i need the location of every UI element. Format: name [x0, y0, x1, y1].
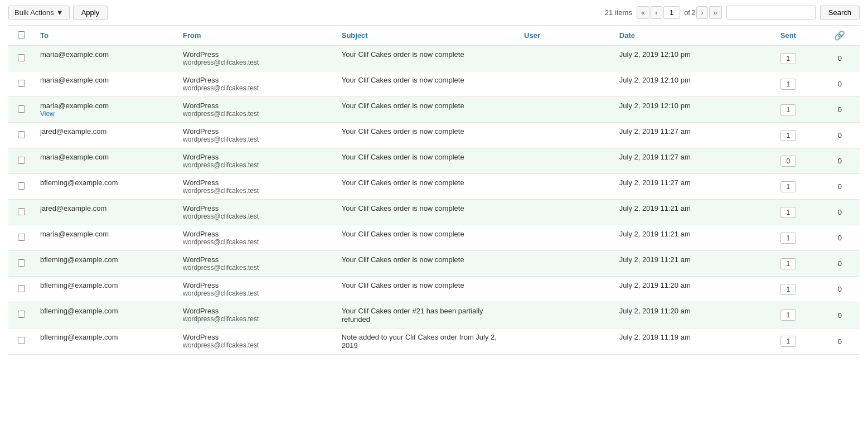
row-attachment: 0 — [820, 225, 860, 251]
col-header-from[interactable]: From — [177, 26, 336, 46]
col-header-sent[interactable]: Sent — [757, 26, 820, 46]
pagination-total: 2 — [691, 8, 695, 17]
pagination-last-button[interactable]: » — [709, 6, 722, 19]
row-checkbox[interactable] — [18, 105, 25, 113]
row-to: bfleming@example.com — [35, 277, 177, 302]
row-attachment: 0 — [820, 277, 860, 302]
row-user — [518, 123, 614, 148]
row-checkbox-cell — [8, 174, 35, 200]
row-to: maria@example.com — [35, 225, 177, 251]
top-bar: Bulk Actions ▼ Apply 21 items « ‹ 1 of 2… — [8, 6, 860, 20]
row-checkbox-cell — [8, 200, 35, 225]
row-checkbox[interactable] — [18, 131, 25, 138]
row-sent: 1 — [757, 97, 820, 123]
to-email: maria@example.com — [40, 50, 109, 59]
row-from: WordPresswordpress@clifcakes.test — [177, 200, 336, 225]
pagination-first-button[interactable]: « — [637, 6, 649, 19]
row-subject: Your Clif Cakes order is now complete — [336, 71, 518, 97]
row-subject: Your Clif Cakes order #21 has been parti… — [336, 302, 518, 328]
table-row: bfleming@example.comWordPresswordpress@c… — [8, 251, 860, 277]
sent-badge: 0 — [780, 156, 796, 167]
sent-badge: 1 — [780, 79, 796, 90]
sent-badge: 1 — [780, 181, 796, 192]
table-row: maria@example.comWordPresswordpress@clif… — [8, 46, 860, 71]
from-name: WordPress — [183, 281, 331, 289]
search-input[interactable] — [726, 6, 816, 20]
to-email: maria@example.com — [40, 101, 109, 110]
from-email: wordpress@clifcakes.test — [183, 59, 331, 66]
page-wrapper: Bulk Actions ▼ Apply 21 items « ‹ 1 of 2… — [0, 0, 868, 440]
row-sent: 1 — [757, 46, 820, 71]
bulk-actions-label: Bulk Actions — [14, 8, 54, 17]
from-email: wordpress@clifcakes.test — [183, 264, 331, 272]
sent-badge: 1 — [780, 284, 796, 295]
row-checkbox[interactable] — [18, 208, 25, 215]
row-date: July 2, 2019 11:20 am — [614, 302, 757, 328]
from-email: wordpress@clifcakes.test — [183, 187, 331, 195]
from-name: WordPress — [183, 204, 331, 212]
top-bar-right: 21 items « ‹ 1 of 2 › » Search — [605, 6, 860, 20]
row-date: July 2, 2019 11:21 am — [614, 225, 757, 251]
row-checkbox[interactable] — [18, 259, 25, 267]
row-from: WordPresswordpress@clifcakes.test — [177, 123, 336, 148]
row-date: July 2, 2019 11:21 am — [614, 251, 757, 277]
row-subject: Your Clif Cakes order is now complete — [336, 174, 518, 200]
row-subject: Your Clif Cakes order is now complete — [336, 200, 518, 225]
row-user — [518, 174, 614, 200]
row-user — [518, 251, 614, 277]
apply-button[interactable]: Apply — [73, 6, 108, 20]
from-email: wordpress@clifcakes.test — [183, 110, 331, 118]
table-row: maria@example.comWordPresswordpress@clif… — [8, 225, 860, 251]
from-name: WordPress — [183, 178, 331, 187]
row-attachment: 0 — [820, 302, 860, 328]
row-from: WordPresswordpress@clifcakes.test — [177, 328, 336, 355]
row-sent: 1 — [757, 200, 820, 225]
col-header-attachment: 🔗 — [820, 26, 860, 46]
from-name: WordPress — [183, 255, 331, 264]
row-checkbox[interactable] — [18, 285, 25, 292]
table-row: bfleming@example.comWordPresswordpress@c… — [8, 302, 860, 328]
row-to: bfleming@example.com — [35, 302, 177, 328]
items-count: 21 items — [605, 8, 632, 17]
row-subject: Your Clif Cakes order is now complete — [336, 148, 518, 174]
view-link[interactable]: View — [40, 110, 172, 118]
row-checkbox-cell — [8, 277, 35, 302]
col-header-user[interactable]: User — [518, 26, 614, 46]
row-checkbox[interactable] — [18, 182, 25, 190]
pagination-page-input[interactable]: 1 — [663, 6, 680, 19]
from-email: wordpress@clifcakes.test — [183, 238, 331, 246]
to-email: jared@example.com — [40, 127, 106, 136]
row-checkbox-cell — [8, 46, 35, 71]
row-from: WordPresswordpress@clifcakes.test — [177, 251, 336, 277]
to-email: bfleming@example.com — [40, 333, 118, 341]
row-date: July 2, 2019 11:21 am — [614, 200, 757, 225]
search-button[interactable]: Search — [820, 6, 860, 20]
row-subject: Your Clif Cakes order is now complete — [336, 251, 518, 277]
sent-badge: 1 — [780, 207, 796, 218]
row-attachment: 0 — [820, 46, 860, 71]
row-from: WordPresswordpress@clifcakes.test — [177, 97, 336, 123]
sent-badge: 1 — [780, 233, 796, 244]
row-checkbox[interactable] — [18, 234, 25, 241]
row-sent: 1 — [757, 174, 820, 200]
pagination-prev-button[interactable]: ‹ — [651, 6, 662, 19]
row-date: July 2, 2019 11:27 am — [614, 148, 757, 174]
bulk-actions-dropdown[interactable]: Bulk Actions ▼ — [8, 6, 70, 20]
col-header-check — [8, 26, 35, 46]
row-checkbox[interactable] — [18, 311, 25, 318]
col-header-subject[interactable]: Subject — [336, 26, 518, 46]
row-subject: Your Clif Cakes order is now complete — [336, 123, 518, 148]
col-header-to[interactable]: To — [35, 26, 177, 46]
sent-badge: 1 — [780, 130, 796, 141]
row-date: July 2, 2019 11:19 am — [614, 328, 757, 355]
to-email: maria@example.com — [40, 153, 109, 161]
pagination-next-button[interactable]: › — [696, 6, 707, 19]
row-user — [518, 148, 614, 174]
row-checkbox[interactable] — [18, 337, 25, 344]
row-user — [518, 97, 614, 123]
row-checkbox[interactable] — [18, 157, 25, 164]
col-header-date[interactable]: Date — [614, 26, 757, 46]
row-checkbox[interactable] — [18, 80, 25, 87]
select-all-checkbox[interactable] — [18, 31, 25, 38]
row-checkbox[interactable] — [18, 54, 25, 61]
